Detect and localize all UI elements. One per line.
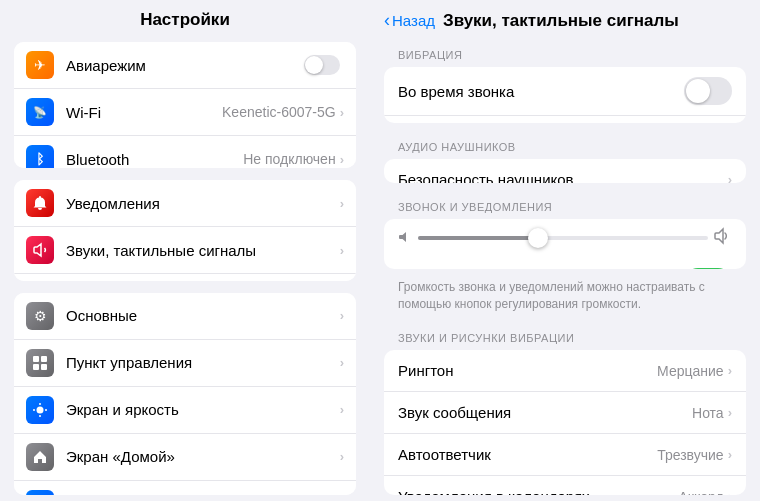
notifications-label: Уведомления <box>66 195 340 212</box>
back-chevron-icon: ‹ <box>384 10 390 31</box>
wifi-chevron: › <box>340 105 344 120</box>
svg-rect-7 <box>33 364 39 370</box>
svg-point-9 <box>37 406 44 413</box>
headphone-section-header: АУДИО НАУШНИКОВ <box>370 129 760 157</box>
focus-row[interactable]: ☾ Фокусирование › <box>14 274 356 281</box>
accessibility-icon <box>26 490 54 495</box>
control-icon <box>26 349 54 377</box>
headphone-safety-label: Безопасность наушников <box>398 171 728 183</box>
message-sound-chevron: › <box>728 405 732 420</box>
airplane-label: Авиарежим <box>66 57 304 74</box>
back-label: Назад <box>392 12 435 29</box>
change-with-buttons-row: Изменение кнопками <box>384 258 746 269</box>
volume-low-icon <box>398 230 412 247</box>
general-chevron: › <box>340 308 344 323</box>
bluetooth-icon: ᛒ <box>26 145 54 168</box>
volume-fill <box>418 236 534 240</box>
headphone-group: Безопасность наушников › <box>384 159 746 183</box>
display-label: Экран и яркость <box>66 401 340 418</box>
voicemail-chevron: › <box>728 447 732 462</box>
general-label: Основные <box>66 307 340 324</box>
volume-group: Изменение кнопками <box>384 219 746 269</box>
message-sound-label: Звук сообщения <box>398 404 692 421</box>
right-header: ‹ Назад Звуки, тактильные сигналы <box>370 0 760 37</box>
message-sound-value: Нота <box>692 405 724 421</box>
message-sound-row[interactable]: Звук сообщения Нота › <box>384 392 746 434</box>
ringtone-row[interactable]: Рингтон Мерцание › <box>384 350 746 392</box>
general-icon: ⚙ <box>26 302 54 330</box>
sounds-group: Рингтон Мерцание › Звук сообщения Нота ›… <box>384 350 746 495</box>
bluetooth-value: Не подключен <box>243 151 335 167</box>
accessibility-row[interactable]: Универсальный доступ › <box>14 481 356 495</box>
vibration-group: Во время звонка В бесшумном режиме <box>384 67 746 123</box>
network-group: ✈ Авиарежим 📡 Wi-Fi Keenetic-6007-5G › ᛒ… <box>14 42 356 168</box>
notifications-chevron: › <box>340 196 344 211</box>
airplane-row[interactable]: ✈ Авиарежим <box>14 42 356 89</box>
settings-title: Настройки <box>0 0 370 36</box>
calendar-label: Уведомления в календарях <box>398 488 678 495</box>
display-icon <box>26 396 54 424</box>
volume-slider[interactable] <box>418 236 708 240</box>
calendar-chevron: › <box>728 489 732 495</box>
notifications-icon <box>26 189 54 217</box>
left-panel: Настройки ✈ Авиарежим 📡 Wi-Fi Keenetic-6… <box>0 0 370 501</box>
display-row[interactable]: Экран и яркость › <box>14 387 356 434</box>
airplane-icon: ✈ <box>26 51 54 79</box>
right-page-title: Звуки, тактильные сигналы <box>443 11 679 31</box>
display-chevron: › <box>340 402 344 417</box>
wifi-icon: 📡 <box>26 98 54 126</box>
home-row[interactable]: Экран «Домой» › <box>14 434 356 481</box>
ring-vibration-row: Во время звонка <box>384 67 746 116</box>
home-chevron: › <box>340 449 344 464</box>
right-panel: ‹ Назад Звуки, тактильные сигналы ВИБРАЦ… <box>370 0 760 501</box>
sounds-icon <box>26 236 54 264</box>
vibration-section-header: ВИБРАЦИЯ <box>370 37 760 65</box>
voicemail-row[interactable]: Автоответчик Трезвучие › <box>384 434 746 476</box>
sounds-section-header: ЗВУКИ И РИСУНКИ ВИБРАЦИИ <box>370 320 760 348</box>
control-row[interactable]: Пункт управления › <box>14 340 356 387</box>
wifi-label: Wi-Fi <box>66 104 222 121</box>
airplane-toggle[interactable] <box>304 55 340 75</box>
sounds-label: Звуки, тактильные сигналы <box>66 242 340 259</box>
volume-description: Громкость звонка и уведомлений можно нас… <box>370 275 760 321</box>
sounds-chevron: › <box>340 243 344 258</box>
silent-vibration-row: В бесшумном режиме <box>384 116 746 123</box>
voicemail-label: Автоответчик <box>398 446 657 463</box>
calendar-row[interactable]: Уведомления в календарях Аккорд › <box>384 476 746 495</box>
home-label: Экран «Домой» <box>66 448 340 465</box>
home-icon <box>26 443 54 471</box>
headphone-safety-row[interactable]: Безопасность наушников › <box>384 159 746 183</box>
volume-thumb[interactable] <box>528 228 548 248</box>
change-with-buttons-toggle[interactable] <box>684 268 732 269</box>
calendar-value: Аккорд <box>678 489 723 495</box>
volume-high-icon <box>714 227 732 250</box>
svg-rect-6 <box>41 356 47 362</box>
voicemail-value: Трезвучие <box>657 447 723 463</box>
wifi-value: Keenetic-6007-5G <box>222 104 336 120</box>
svg-rect-5 <box>33 356 39 362</box>
ringtone-label: Рингтон <box>398 362 657 379</box>
ring-vibration-label: Во время звонка <box>398 83 684 100</box>
headphone-safety-chevron: › <box>728 172 732 183</box>
bluetooth-row[interactable]: ᛒ Bluetooth Не подключен › <box>14 136 356 168</box>
general-group: ⚙ Основные › Пункт управления › Экран и … <box>14 293 356 495</box>
bluetooth-label: Bluetooth <box>66 151 243 168</box>
notifications-group: Уведомления › Звуки, тактильные сигналы … <box>14 180 356 281</box>
wifi-row[interactable]: 📡 Wi-Fi Keenetic-6007-5G › <box>14 89 356 136</box>
general-row[interactable]: ⚙ Основные › <box>14 293 356 340</box>
ring-vibration-toggle[interactable] <box>684 77 732 105</box>
bluetooth-chevron: › <box>340 152 344 167</box>
back-button[interactable]: ‹ Назад <box>384 10 435 31</box>
sounds-row[interactable]: Звуки, тактильные сигналы › <box>14 227 356 274</box>
svg-rect-8 <box>41 364 47 370</box>
control-label: Пункт управления <box>66 354 340 371</box>
ringtone-value: Мерцание <box>657 363 724 379</box>
ringtone-section-header: ЗВОНОК И УВЕДОМЛЕНИЯ <box>370 189 760 217</box>
notifications-row[interactable]: Уведомления › <box>14 180 356 227</box>
control-chevron: › <box>340 355 344 370</box>
ringtone-chevron: › <box>728 363 732 378</box>
volume-slider-row <box>384 219 746 258</box>
